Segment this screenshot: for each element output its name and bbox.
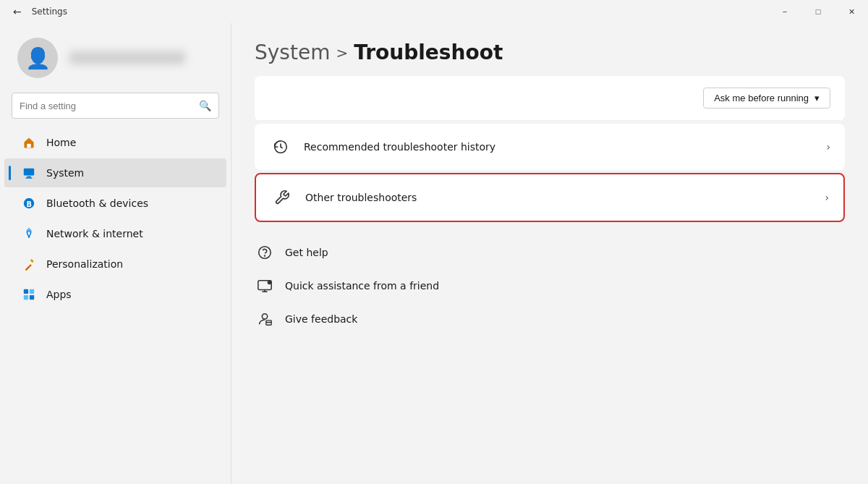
svg-rect-1 (24, 169, 34, 176)
other-troubleshooters-label: Other troubleshooters (305, 192, 825, 203)
svg-rect-2 (27, 177, 30, 178)
content-area: System > Troubleshoot ^ Ask me before ru… (231, 23, 868, 484)
history-row[interactable]: Recommended troubleshooter history › (255, 124, 845, 170)
wrench-icon (271, 186, 294, 209)
give-feedback-link[interactable]: Give feedback (255, 303, 845, 335)
sidebar-item-personalization[interactable]: Personalization (4, 250, 226, 279)
sidebar-item-home[interactable]: Home (4, 128, 226, 157)
user-name (69, 51, 185, 64)
titlebar-controls: − □ ✕ (768, 0, 868, 23)
history-icon (269, 135, 292, 158)
svg-rect-11 (24, 295, 28, 300)
get-help-label: Get help (285, 247, 328, 258)
bluetooth-icon: B (22, 196, 36, 211)
apps-label: Apps (46, 289, 72, 300)
quick-assist-icon: + (255, 276, 275, 296)
personalization-label: Personalization (46, 258, 123, 270)
dropdown-row: ^ Ask me before running ▾ (255, 76, 845, 121)
maximize-button[interactable]: □ (801, 0, 835, 23)
svg-rect-8 (30, 259, 34, 263)
dropdown-card: ^ Ask me before running ▾ (255, 76, 845, 121)
svg-rect-7 (25, 264, 32, 271)
system-label: System (46, 167, 84, 179)
network-icon (22, 226, 36, 241)
page-header: System > Troubleshoot (255, 23, 845, 76)
sidebar-item-network[interactable]: Network & internet (4, 219, 226, 248)
svg-rect-10 (30, 289, 34, 294)
sidebar-item-apps[interactable]: Apps (4, 280, 226, 309)
user-section: 👤 (0, 23, 231, 90)
svg-rect-0 (27, 144, 30, 148)
avatar: 👤 (17, 38, 58, 78)
breadcrumb-current: Troubleshoot (354, 41, 503, 64)
sidebar-item-bluetooth[interactable]: B Bluetooth & devices (4, 189, 226, 218)
titlebar-left: ← Settings (9, 3, 67, 20)
history-label: Recommended troubleshooter history (304, 141, 826, 153)
sidebar-item-system[interactable]: System (4, 158, 226, 187)
dropdown-arrow-icon: ▾ (814, 93, 820, 103)
bluetooth-label: Bluetooth & devices (46, 198, 148, 209)
network-label: Network & internet (46, 228, 143, 239)
breadcrumb-parent: System (255, 41, 330, 64)
home-label: Home (46, 137, 76, 148)
get-help-link[interactable]: Get help (255, 237, 845, 268)
personalization-icon (22, 257, 36, 271)
history-chevron-icon: › (826, 141, 830, 153)
titlebar: ← Settings − □ ✕ (0, 0, 868, 23)
apps-icon (22, 287, 36, 302)
svg-point-21 (262, 314, 267, 319)
dropdown-button[interactable]: Ask me before running ▾ (703, 88, 830, 109)
home-icon (22, 135, 36, 150)
minimize-button[interactable]: − (768, 0, 801, 23)
svg-rect-9 (24, 289, 28, 294)
breadcrumb-separator: > (336, 44, 348, 61)
system-icon (22, 166, 36, 180)
svg-text:+: + (269, 281, 271, 284)
titlebar-title: Settings (32, 7, 67, 17)
collapse-indicator[interactable]: ^ (546, 76, 553, 82)
search-input[interactable] (20, 101, 199, 111)
svg-point-6 (28, 236, 30, 238)
search-box[interactable]: 🔍 (12, 93, 219, 119)
sidebar: 👤 🔍 Home (0, 23, 231, 484)
svg-point-15 (265, 255, 265, 256)
dropdown-label: Ask me before running (714, 93, 809, 103)
svg-text:B: B (26, 200, 32, 208)
quick-assist-link[interactable]: + Quick assistance from a friend (255, 270, 845, 302)
close-button[interactable]: ✕ (835, 0, 868, 23)
give-feedback-icon (255, 309, 275, 329)
other-troubleshooters-chevron-icon: › (825, 192, 829, 203)
main-window: 👤 🔍 Home (0, 23, 868, 484)
svg-rect-12 (30, 295, 34, 300)
svg-rect-3 (26, 177, 33, 178)
history-card[interactable]: Recommended troubleshooter history › (255, 124, 845, 170)
quick-assist-label: Quick assistance from a friend (285, 280, 439, 292)
get-help-icon (255, 242, 275, 263)
give-feedback-label: Give feedback (285, 313, 357, 325)
back-button[interactable]: ← (9, 3, 26, 20)
user-icon: 👤 (25, 46, 51, 70)
bottom-links: Get help + Quick assistance from a frien… (255, 237, 845, 335)
other-troubleshooters-row[interactable]: Other troubleshooters › (255, 173, 845, 222)
search-icon: 🔍 (199, 100, 211, 111)
